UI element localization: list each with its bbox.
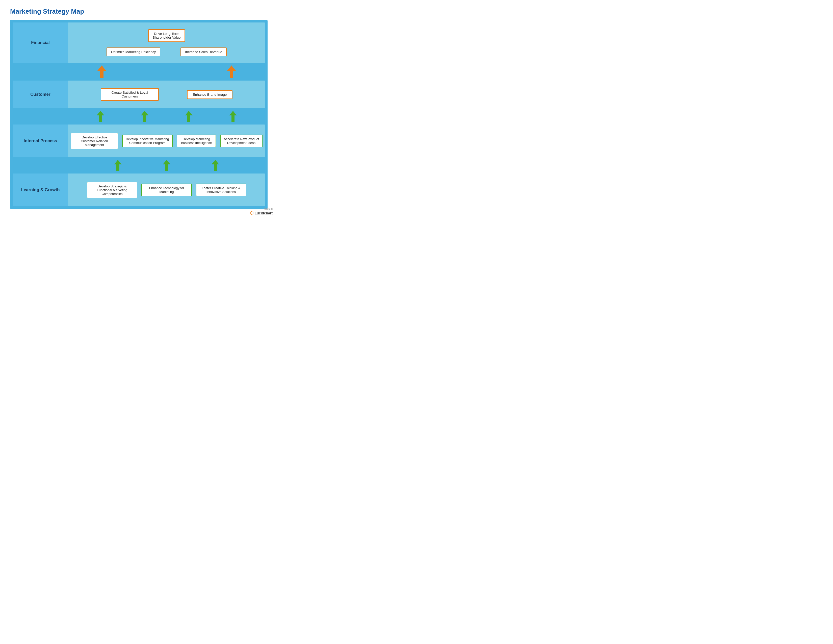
- arrow-orange-left: [97, 65, 106, 78]
- internal-row: Internal Process Develop Effective Custo…: [13, 124, 265, 157]
- financial-label: Financial: [13, 23, 68, 63]
- customer-box-1: Create Satisfied & Loyal Customers: [101, 88, 159, 101]
- financial-box-2: Increase Sales Revenue: [180, 47, 227, 56]
- arrow-green-4: [229, 111, 237, 122]
- customer-box-2: Enhance Brand Image: [187, 90, 233, 99]
- internal-label: Internal Process: [13, 124, 68, 157]
- financial-row: Financial Drive Long-Term Shareholder Va…: [13, 23, 265, 63]
- arrow-green-learn-2: [163, 160, 170, 171]
- arrow-green-1: [96, 111, 104, 122]
- learning-box-1: Develop Strategic & Functional Marketing…: [87, 182, 137, 198]
- arrow-green-2: [141, 111, 148, 122]
- financial-top-box: Drive Long-Term Shareholder Value: [148, 29, 185, 42]
- internal-content: Develop Effective Customer Relation Mana…: [68, 124, 265, 157]
- watermark: Made in ⬡ Lucidchart: [250, 207, 273, 216]
- arrows-fin-cust: [13, 65, 265, 79]
- learning-label: Learning & Growth: [13, 174, 68, 206]
- arrows-int-learn: [13, 159, 265, 171]
- arrow-orange-right: [227, 65, 236, 78]
- arrow-green-learn-1: [114, 160, 122, 171]
- arrow-green-3: [185, 111, 193, 122]
- internal-box-4: Accelerate New Product Development Ideas: [220, 135, 262, 147]
- diagram-container: Financial Drive Long-Term Shareholder Va…: [10, 20, 268, 209]
- page-title: Marketing Strategy Map: [10, 8, 268, 15]
- arrows-cust-int: [13, 110, 265, 122]
- internal-box-2: Develop Innovative Marketing Communicati…: [122, 135, 173, 147]
- learning-row: Learning & Growth Develop Strategic & Fu…: [13, 174, 265, 206]
- customer-label: Customer: [13, 80, 68, 108]
- learning-content: Develop Strategic & Functional Marketing…: [68, 174, 265, 206]
- arrow-green-learn-3: [212, 160, 219, 171]
- internal-box-3: Develop Marketing Business Intelligence: [177, 135, 216, 147]
- lucidchart-icon: ⬡: [250, 211, 253, 216]
- learning-box-3: Foster Creative Thinking & Innovative So…: [196, 184, 246, 196]
- financial-content: Drive Long-Term Shareholder Value Optimi…: [68, 23, 265, 63]
- customer-row: Customer Create Satisfied & Loyal Custom…: [13, 80, 265, 108]
- financial-box-1: Optimize Marketing Efficiency: [106, 47, 161, 56]
- internal-box-1: Develop Effective Customer Relation Mana…: [71, 133, 118, 149]
- learning-box-2: Enhance Technology for Marketing: [142, 184, 192, 196]
- customer-content: Create Satisfied & Loyal Customers Enhan…: [68, 80, 265, 108]
